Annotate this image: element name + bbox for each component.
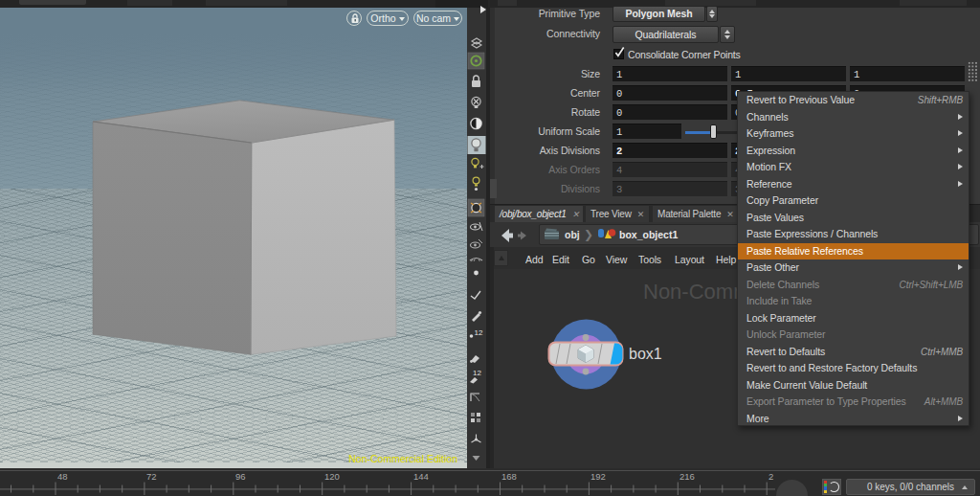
svg-text:12: 12 (473, 369, 481, 377)
svg-text:12: 12 (475, 328, 483, 337)
svg-text:box1: box1 (629, 346, 662, 362)
